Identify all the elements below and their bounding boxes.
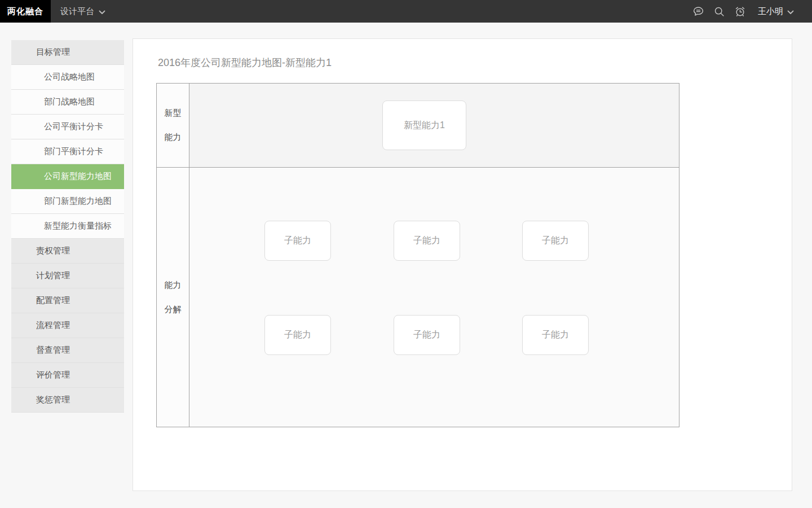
sub-capability-card[interactable]: 子能力 [394,221,460,261]
capability-decomposition-row: 能力 分解 子能力 子能力 子能力 子能力 子能力 子能力 [157,168,679,427]
top-bar: 两化融合 设计平台 [0,0,812,23]
sidebar-item-company-strategy-map[interactable]: 公司战略地图 [11,65,124,90]
chevron-down-icon [787,7,794,16]
sub-capability-card[interactable]: 子能力 [264,315,331,355]
message-icon[interactable] [692,5,704,17]
row-header-line: 能力 [165,280,182,291]
capability-map-table: 新型 能力 新型能力1 能力 分解 子能力 子能力 子能力 子能力 子能力 子能… [156,83,679,427]
sidebar-item-label: 奖惩管理 [36,395,70,405]
main-panel: 2016年度公司新型能力地图-新型能力1 新型 能力 新型能力1 能力 分解 子… [133,38,792,491]
sidebar-item-department-balanced-scorecard[interactable]: 部门平衡计分卡 [11,139,124,164]
sidebar-item-label: 公司新型能力地图 [44,171,112,182]
sidebar-item-company-balanced-scorecard[interactable]: 公司平衡计分卡 [11,115,124,139]
sidebar-item-label: 公司平衡计分卡 [44,121,103,132]
sidebar-item-plan-management[interactable]: 计划管理 [11,264,124,288]
sidebar-item-company-new-capability-map[interactable]: 公司新型能力地图 [11,164,124,189]
new-capability-row: 新型 能力 新型能力1 [157,84,679,168]
platform-menu[interactable]: 设计平台 [60,6,105,17]
sidebar-item-department-new-capability-map[interactable]: 部门新型能力地图 [11,189,124,214]
row-header-line: 新型 [165,108,182,119]
sub-capability-card[interactable]: 子能力 [522,221,589,261]
sidebar-item-label: 部门平衡计分卡 [44,146,103,157]
sidebar-item-label: 新型能力衡量指标 [44,221,112,231]
sidebar-item-label: 配置管理 [36,295,70,306]
new-capability-cell: 新型能力1 [189,84,679,167]
sidebar-nav: 目标管理 公司战略地图 部门战略地图 公司平衡计分卡 部门平衡计分卡 公司新型能… [11,40,124,413]
user-name: 王小明 [758,6,783,17]
page-title: 2016年度公司新型能力地图-新型能力1 [158,56,332,69]
row-header-line: 能力 [165,132,182,143]
sidebar-item-department-strategy-map[interactable]: 部门战略地图 [11,90,124,115]
row-header-capability-decomposition: 能力 分解 [157,168,189,427]
sidebar-item-label: 流程管理 [36,320,70,331]
sidebar-item-label: 目标管理 [36,47,70,58]
capability-decomposition-cell: 子能力 子能力 子能力 子能力 子能力 子能力 [189,168,679,427]
sidebar-item-label: 责权管理 [36,246,70,256]
platform-menu-label: 设计平台 [60,6,94,17]
chevron-down-icon [99,7,105,16]
sidebar-item-responsibility-management[interactable]: 责权管理 [11,239,124,264]
sub-capability-card[interactable]: 子能力 [394,315,460,355]
sidebar-item-process-management[interactable]: 流程管理 [11,313,124,338]
sidebar-item-new-capability-metrics[interactable]: 新型能力衡量指标 [11,214,124,239]
alarm-icon[interactable] [734,5,746,17]
new-capability-card[interactable]: 新型能力1 [382,100,466,150]
app-logo: 两化融合 [0,0,51,23]
sidebar-item-reward-punishment-management[interactable]: 奖惩管理 [11,388,124,413]
sidebar-item-supervision-management[interactable]: 督查管理 [11,338,124,363]
sidebar-item-label: 督查管理 [36,345,70,356]
row-header-new-capability: 新型 能力 [157,84,189,167]
sidebar-item-label: 部门新型能力地图 [44,196,112,207]
sidebar-item-evaluation-management[interactable]: 评价管理 [11,363,124,388]
sidebar-item-configuration-management[interactable]: 配置管理 [11,288,124,313]
sub-capability-card[interactable]: 子能力 [264,221,331,261]
search-icon[interactable] [713,5,725,17]
sidebar-item-label: 评价管理 [36,370,70,380]
topbar-actions: 王小明 [692,5,812,17]
sidebar-item-goal-management[interactable]: 目标管理 [11,40,124,65]
sidebar-item-label: 计划管理 [36,270,70,281]
user-menu[interactable]: 王小明 [758,6,794,17]
row-header-line: 分解 [165,304,182,315]
sub-capability-card[interactable]: 子能力 [522,315,589,355]
sidebar-item-label: 公司战略地图 [44,72,95,82]
sidebar-item-label: 部门战略地图 [44,97,95,107]
